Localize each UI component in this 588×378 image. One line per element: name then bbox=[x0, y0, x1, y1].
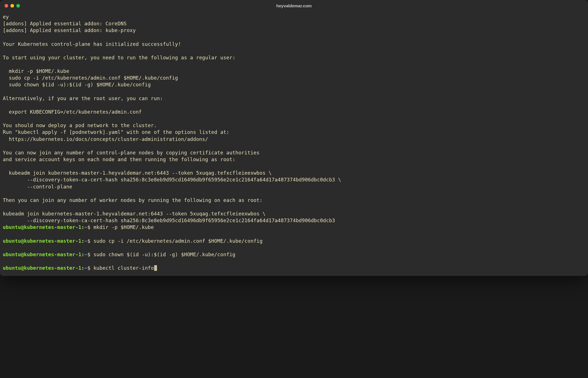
command-text: mkdir -p $HOME/.kube bbox=[93, 224, 154, 230]
command-text: sudo cp -i /etc/kubernetes/admin.conf $H… bbox=[93, 238, 262, 244]
output-line: You can now join any number of control-p… bbox=[3, 150, 260, 156]
output-line: [addons] Applied essential addon: kube-p… bbox=[3, 28, 136, 33]
titlebar: heyvaldemar.com bbox=[0, 0, 588, 11]
prompt-dollar: $ bbox=[87, 224, 93, 230]
prompt-colon: : bbox=[81, 238, 84, 244]
terminal-window: heyvaldemar.com ey [addons] Applied esse… bbox=[0, 0, 588, 276]
minimize-button[interactable] bbox=[10, 4, 14, 8]
prompt-colon: : bbox=[81, 252, 84, 257]
maximize-button[interactable] bbox=[16, 4, 20, 8]
output-line: To start using your cluster, you need to… bbox=[3, 55, 235, 60]
prompt-user: ubuntu@kubernetes-master-1 bbox=[3, 252, 81, 257]
prompt-path: ~ bbox=[84, 224, 87, 230]
output-line: ey bbox=[3, 14, 9, 20]
output-line: https://kubernetes.io/docs/concepts/clus… bbox=[3, 136, 208, 142]
command-text: sudo chown $(id -u):$(id -g) $HOME/.kube… bbox=[93, 252, 235, 257]
command-text: kubectl cluster-info bbox=[93, 265, 154, 271]
terminal-content[interactable]: ey [addons] Applied essential addon: Cor… bbox=[0, 11, 588, 276]
prompt-dollar: $ bbox=[87, 238, 93, 244]
output-line: sudo cp -i /etc/kubernetes/admin.conf $H… bbox=[3, 75, 178, 81]
prompt-line: ubuntu@kubernetes-master-1:~$ sudo chown… bbox=[3, 251, 585, 258]
output-line: You should now deploy a pod network to t… bbox=[3, 123, 157, 128]
output-line: Alternatively, if you are the root user,… bbox=[3, 96, 163, 101]
output-line: kubeadm join kubernetes-master-1.heyvald… bbox=[3, 170, 272, 176]
output-line: --discovery-token-ca-cert-hash sha256:8c… bbox=[3, 177, 341, 183]
prompt-colon: : bbox=[81, 265, 84, 271]
output-line: sudo chown $(id -u):$(id -g) $HOME/.kube… bbox=[3, 82, 151, 87]
close-button[interactable] bbox=[5, 4, 8, 8]
prompt-line: ubuntu@kubernetes-master-1:~$ sudo cp -i… bbox=[3, 238, 585, 244]
output-line: kubeadm join kubernetes-master-1.heyvald… bbox=[3, 211, 266, 217]
output-line: and service account keys on each node an… bbox=[3, 157, 235, 162]
prompt-line: ubuntu@kubernetes-master-1:~$ mkdir -p $… bbox=[3, 224, 585, 231]
output-line: mkdir -p $HOME/.kube bbox=[3, 68, 69, 74]
prompt-path: ~ bbox=[84, 252, 87, 257]
output-line: export KUBECONFIG=/etc/kubernetes/admin.… bbox=[3, 109, 142, 115]
traffic-lights bbox=[5, 4, 20, 8]
output-line: [addons] Applied essential addon: CoreDN… bbox=[3, 21, 127, 26]
output-line: Your Kubernetes control-plane has initia… bbox=[3, 41, 181, 47]
output-line: Then you can join any number of worker n… bbox=[3, 197, 262, 203]
prompt-user: ubuntu@kubernetes-master-1 bbox=[3, 238, 81, 244]
prompt-colon: : bbox=[81, 224, 84, 230]
prompt-path: ~ bbox=[84, 265, 87, 271]
prompt-path: ~ bbox=[84, 238, 87, 244]
cursor bbox=[154, 265, 157, 271]
output-line: --discovery-token-ca-cert-hash sha256:8c… bbox=[3, 218, 335, 223]
output-line: --control-plane bbox=[3, 184, 72, 190]
prompt-user: ubuntu@kubernetes-master-1 bbox=[3, 265, 81, 271]
prompt-dollar: $ bbox=[87, 252, 93, 257]
prompt-user: ubuntu@kubernetes-master-1 bbox=[3, 224, 81, 230]
prompt-dollar: $ bbox=[87, 265, 93, 271]
output-line: Run "kubectl apply -f [podnetwork].yaml"… bbox=[3, 129, 229, 135]
window-title: heyvaldemar.com bbox=[5, 3, 583, 8]
prompt-line: ubuntu@kubernetes-master-1:~$ kubectl cl… bbox=[3, 265, 585, 271]
